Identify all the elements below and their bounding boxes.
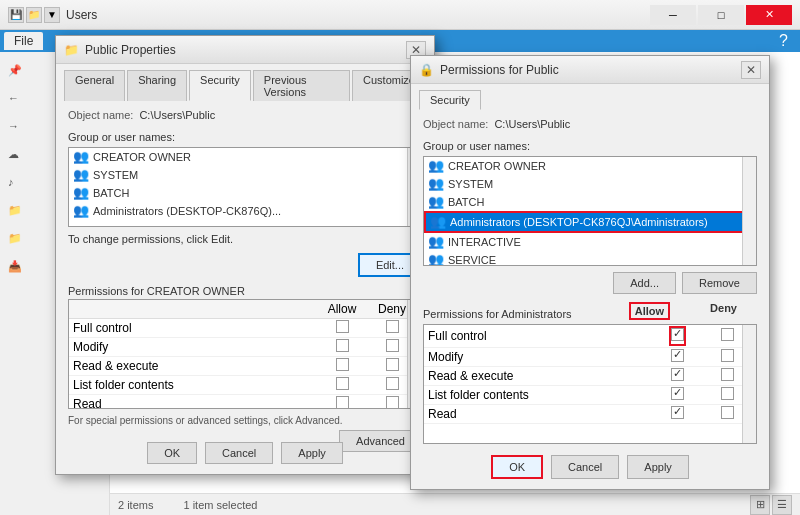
file-tab[interactable]: File xyxy=(4,32,43,50)
pub-deny-full[interactable] xyxy=(386,320,399,333)
user-icon: 👥 xyxy=(73,168,89,182)
user-icon: 👥 xyxy=(73,186,89,200)
window-title: Users xyxy=(66,8,97,22)
pub-dialog-title: Public Properties xyxy=(85,43,176,57)
perm-group-label: Group or user names: xyxy=(423,140,757,152)
perm-user-list-scrollbar[interactable] xyxy=(742,157,756,265)
pub-permissions-label: Permissions for CREATOR OWNER xyxy=(68,285,422,297)
view-icon-list[interactable]: ☰ xyxy=(772,495,792,515)
close-button[interactable]: ✕ xyxy=(746,5,792,25)
maximize-button[interactable]: □ xyxy=(698,5,744,25)
pub-allow-read[interactable] xyxy=(336,396,349,409)
pub-user-creator-owner[interactable]: 👥 CREATOR OWNER xyxy=(69,148,421,166)
pub-perm-read: Read xyxy=(69,395,421,409)
pub-dialog-folder-icon: 📁 xyxy=(64,43,79,57)
perm-object-value: C:\Users\Public xyxy=(494,118,570,130)
perm-deny-read[interactable] xyxy=(721,406,734,419)
tab-security[interactable]: Security xyxy=(189,70,251,101)
pub-user-creator-owner-label: CREATOR OWNER xyxy=(93,151,191,163)
pub-object-value: C:\Users\Public xyxy=(139,109,215,121)
tab-previous-versions[interactable]: Previous Versions xyxy=(253,70,350,101)
perm-tab-security[interactable]: Security xyxy=(419,90,481,110)
perm-user-list[interactable]: 👥 CREATOR OWNER 👥 SYSTEM 👥 BATCH 👥 Admin… xyxy=(423,156,757,266)
user-icon: 👥 xyxy=(428,253,444,266)
public-properties-dialog: 📁 Public Properties ✕ General Sharing Se… xyxy=(55,35,435,475)
perm-user-system[interactable]: 👥 SYSTEM xyxy=(424,175,756,193)
perm-allow-full-highlight xyxy=(669,326,686,346)
user-icon: 👥 xyxy=(430,215,446,229)
perm-row-full-control: Full control xyxy=(424,325,756,348)
pub-dialog-title-bar: 📁 Public Properties ✕ xyxy=(56,36,434,64)
view-icon-grid[interactable]: ⊞ xyxy=(750,495,770,515)
perm-deny-full[interactable] xyxy=(721,328,734,341)
help-icon[interactable]: ? xyxy=(779,32,788,50)
perm-perm-scrollbar[interactable] xyxy=(742,325,756,443)
pub-dialog-buttons: OK Cancel Apply xyxy=(56,442,434,464)
perm-apply-button[interactable]: Apply xyxy=(627,455,689,479)
pub-perm-read-execute: Read & execute xyxy=(69,357,421,376)
user-icon: 👥 xyxy=(428,195,444,209)
status-items: 2 items xyxy=(118,499,153,511)
pub-change-note: To change permissions, click Edit. xyxy=(68,233,422,245)
pub-allow-full[interactable] xyxy=(336,320,349,333)
pub-cancel-button[interactable]: Cancel xyxy=(205,442,273,464)
perm-dialog-title-bar: 🔒 Permissions for Public ✕ xyxy=(411,56,769,84)
perm-user-creator-owner[interactable]: 👥 CREATOR OWNER xyxy=(424,157,756,175)
pub-user-administrators[interactable]: 👥 Administrators (DESKTOP-CK876Q)... xyxy=(69,202,421,220)
perm-user-administrators[interactable]: 👥 Administrators (DESKTOP-CK876QJ\Admini… xyxy=(424,211,756,233)
perm-user-interactive[interactable]: 👥 INTERACTIVE xyxy=(424,233,756,251)
tab-sharing[interactable]: Sharing xyxy=(127,70,187,101)
perm-deny-list[interactable] xyxy=(721,387,734,400)
pub-user-system[interactable]: 👥 SYSTEM xyxy=(69,166,421,184)
user-icon: 👥 xyxy=(73,150,89,164)
status-bar: 2 items 1 item selected ⊞ ☰ xyxy=(110,493,800,515)
pub-deny-read-execute[interactable] xyxy=(386,358,399,371)
toolbar-icon-save[interactable]: 💾 xyxy=(8,7,24,23)
tab-general[interactable]: General xyxy=(64,70,125,101)
perm-allow-read-execute[interactable] xyxy=(671,368,684,381)
pub-edit-btn-row: Edit... xyxy=(68,253,422,277)
perm-allow-modify[interactable] xyxy=(671,349,684,362)
perm-deny-read-execute[interactable] xyxy=(721,368,734,381)
pub-deny-read[interactable] xyxy=(386,396,399,409)
perm-user-batch[interactable]: 👥 BATCH xyxy=(424,193,756,211)
perm-allow-full[interactable] xyxy=(671,328,684,341)
pub-user-admin-label: Administrators (DESKTOP-CK876Q)... xyxy=(93,205,281,217)
toolbar-icon-down[interactable]: ▼ xyxy=(44,7,60,23)
minimize-button[interactable]: ─ xyxy=(650,5,696,25)
pub-apply-button[interactable]: Apply xyxy=(281,442,343,464)
perm-deny-modify[interactable] xyxy=(721,349,734,362)
perm-dialog-close[interactable]: ✕ xyxy=(741,61,761,79)
user-icon: 👥 xyxy=(428,235,444,249)
perm-row-list: List folder contents xyxy=(424,386,756,405)
pub-object-label: Object name: xyxy=(68,109,133,121)
pub-deny-modify[interactable] xyxy=(386,339,399,352)
pub-user-batch[interactable]: 👥 BATCH xyxy=(69,184,421,202)
pub-allow-list[interactable] xyxy=(336,377,349,390)
pub-allow-modify[interactable] xyxy=(336,339,349,352)
permissions-dialog: 🔒 Permissions for Public ✕ Security Obje… xyxy=(410,55,770,490)
pub-allow-read-execute[interactable] xyxy=(336,358,349,371)
user-icon: 👥 xyxy=(428,159,444,173)
pub-user-batch-label: BATCH xyxy=(93,187,129,199)
pub-group-label: Group or user names: xyxy=(68,131,422,143)
user-icon: 👥 xyxy=(428,177,444,191)
pub-advanced-note: For special permissions or advanced sett… xyxy=(68,415,422,426)
pub-deny-list[interactable] xyxy=(386,377,399,390)
pub-perm-list: List folder contents xyxy=(69,376,421,395)
perm-row-modify: Modify xyxy=(424,348,756,367)
perm-allow-list[interactable] xyxy=(671,387,684,400)
perm-allow-header: Allow xyxy=(629,302,670,320)
perm-user-service[interactable]: 👥 SERVICE xyxy=(424,251,756,266)
pub-perm-header-allow: Allow xyxy=(317,302,367,316)
perm-allow-read[interactable] xyxy=(671,406,684,419)
pub-user-list[interactable]: 👥 CREATOR OWNER 👥 SYSTEM 👥 BATCH 👥 Admin… xyxy=(68,147,422,227)
pub-ok-button[interactable]: OK xyxy=(147,442,197,464)
perm-add-button[interactable]: Add... xyxy=(613,272,676,294)
perm-object-name-row: Object name: C:\Users\Public xyxy=(423,118,757,130)
perm-remove-button[interactable]: Remove xyxy=(682,272,757,294)
perm-cancel-button[interactable]: Cancel xyxy=(551,455,619,479)
perm-ok-button[interactable]: OK xyxy=(491,455,543,479)
toolbar-icon-folder[interactable]: 📁 xyxy=(26,7,42,23)
user-icon: 👥 xyxy=(73,204,89,218)
